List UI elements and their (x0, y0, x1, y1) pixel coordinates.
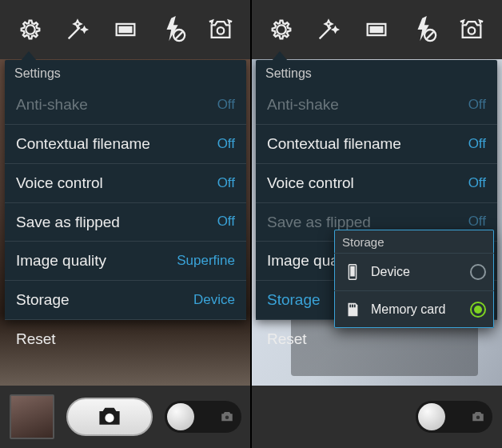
svg-rect-14 (354, 305, 356, 308)
settings-header: Settings (5, 60, 246, 86)
settings-item-label: Anti-shake (267, 96, 339, 114)
settings-item-label: Image quality (16, 252, 106, 270)
svg-point-5 (225, 416, 229, 420)
mode-toggle[interactable] (416, 401, 492, 433)
settings-item-label: Reset (16, 330, 56, 348)
svg-rect-1 (118, 26, 132, 34)
screenshot-right: Settings Anti-shakeOff Contextual filena… (251, 0, 502, 448)
settings-item-value: Off (468, 136, 486, 152)
camera-topbar (0, 0, 251, 59)
settings-item-antishake[interactable]: Anti-shakeOff (5, 86, 246, 125)
storage-option-label: Memory card (371, 302, 462, 317)
svg-rect-11 (350, 266, 355, 277)
settings-item-label: Voice control (267, 174, 354, 192)
storage-option-memory-card[interactable]: Memory card (334, 291, 494, 328)
camera-topbar (251, 0, 502, 59)
settings-item-contextual-filename[interactable]: Contextual filenameOff (256, 125, 497, 164)
settings-item-value: Superfine (177, 253, 235, 269)
svg-rect-7 (369, 26, 383, 34)
sd-card-icon (342, 299, 363, 320)
photo-mode-icon (219, 409, 235, 425)
magic-wand-icon[interactable] (313, 14, 345, 46)
gear-icon[interactable] (265, 14, 297, 46)
switch-camera-icon[interactable] (205, 14, 237, 46)
storage-option-device[interactable]: Device (334, 254, 494, 291)
mode-toggle-knob (418, 403, 445, 430)
camera-bottombar (0, 386, 251, 448)
shutter-area (54, 398, 165, 436)
settings-item-label: Contextual filename (267, 135, 401, 153)
aspect-icon[interactable] (361, 14, 392, 46)
settings-item-value: Off (468, 214, 486, 230)
settings-item-label: Storage (16, 291, 70, 309)
svg-point-9 (468, 27, 476, 34)
switch-camera-icon[interactable] (456, 14, 488, 46)
settings-item-antishake[interactable]: Anti-shakeOff (256, 86, 497, 125)
settings-item-voice-control[interactable]: Voice controlOff (256, 164, 497, 203)
aspect-icon[interactable] (110, 14, 141, 46)
svg-point-15 (476, 416, 480, 420)
camera-bottombar (251, 386, 502, 448)
panel-divider (250, 0, 252, 448)
settings-item-save-as-flipped[interactable]: Save as flippedOff (5, 203, 246, 242)
settings-item-value: Off (217, 214, 235, 230)
screenshot-pair: Settings Anti-shakeOff Contextual filena… (0, 0, 502, 448)
settings-pointer (21, 51, 37, 61)
settings-item-value: Device (193, 292, 235, 308)
settings-item-storage[interactable]: StorageDevice (5, 281, 246, 320)
settings-item-image-quality[interactable]: Image qualitySuperfine (5, 242, 246, 281)
storage-option-label: Device (371, 265, 462, 279)
settings-item-label: Anti-shake (16, 96, 88, 114)
settings-item-label: Contextual filename (16, 135, 150, 153)
radio-selected (470, 302, 486, 318)
settings-item-value: Off (217, 97, 235, 113)
flash-off-icon[interactable] (408, 14, 440, 46)
camera-icon (96, 406, 123, 428)
svg-point-4 (105, 414, 114, 422)
settings-item-reset[interactable]: Reset (5, 320, 246, 358)
settings-item-label: Save as flipped (267, 214, 371, 231)
svg-point-3 (217, 27, 225, 34)
settings-item-voice-control[interactable]: Voice controlOff (5, 164, 246, 203)
svg-rect-12 (349, 305, 351, 308)
settings-item-label: Voice control (16, 174, 103, 192)
shutter-button[interactable] (66, 398, 153, 436)
mode-toggle[interactable] (165, 401, 241, 433)
mode-toggle-knob (167, 403, 194, 430)
phone-icon (342, 262, 363, 282)
settings-item-contextual-filename[interactable]: Contextual filenameOff (5, 125, 246, 164)
storage-dialog: Storage Device Memory card (334, 230, 494, 328)
radio-unselected (470, 264, 486, 280)
storage-dialog-header: Storage (334, 230, 494, 254)
settings-item-value: Off (217, 175, 235, 191)
settings-pointer (272, 51, 288, 61)
gallery-thumbnail[interactable] (10, 394, 54, 439)
settings-panel: Settings Anti-shakeOff Contextual filena… (5, 60, 246, 320)
settings-item-value: Off (468, 175, 486, 191)
settings-header: Settings (256, 60, 497, 86)
svg-rect-13 (352, 305, 353, 308)
magic-wand-icon[interactable] (62, 14, 94, 46)
photo-mode-icon (470, 409, 486, 425)
settings-item-label: Storage (267, 291, 321, 309)
settings-item-label: Reset (267, 330, 307, 348)
settings-item-value: Off (468, 97, 486, 113)
flash-off-icon[interactable] (157, 14, 189, 46)
gear-icon[interactable] (14, 14, 46, 46)
settings-item-label: Save as flipped (16, 214, 120, 231)
settings-item-value: Off (217, 136, 235, 152)
screenshot-left: Settings Anti-shakeOff Contextual filena… (0, 0, 251, 448)
